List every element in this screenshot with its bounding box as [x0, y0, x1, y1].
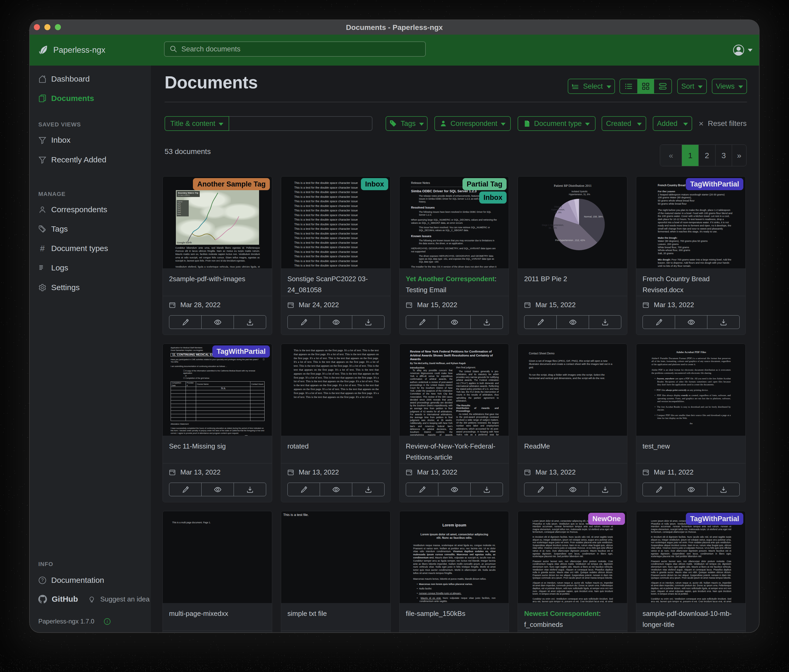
- svg-text:i: i: [107, 619, 108, 624]
- svg-text:?: ?: [41, 578, 44, 583]
